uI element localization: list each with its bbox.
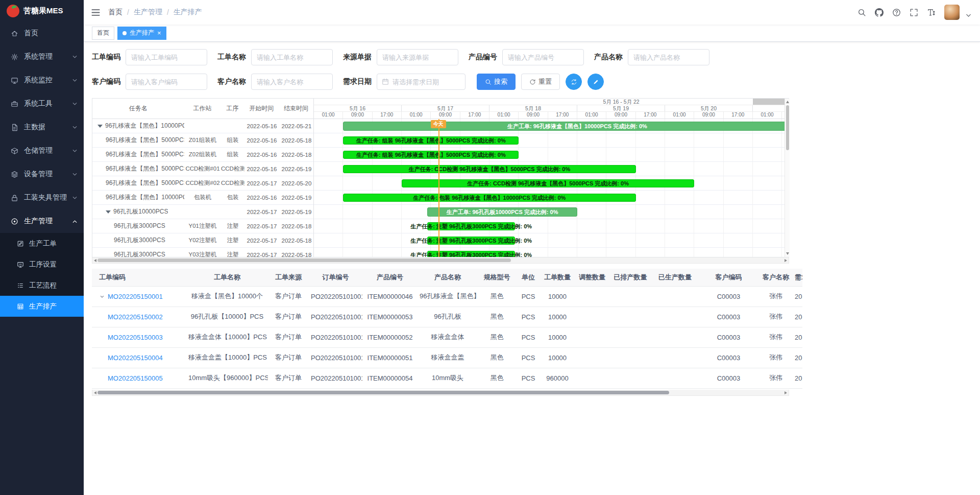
gantt-bar-task[interactable]: 生产任务: 组装 96孔移液盒【黑色】5000PCS 完成比例: 0% — [343, 136, 519, 145]
gantt-bar-task[interactable]: 生产任务: CCD检测 96孔移液盒【黑色】5000PCS 完成比例: 0% — [343, 165, 635, 173]
today-line — [438, 119, 439, 257]
tab-1[interactable]: 生产排产× — [117, 27, 166, 40]
pencil-icon — [593, 79, 599, 85]
breadcrumb-item[interactable]: 生产管理 — [134, 8, 162, 17]
task-name: 96孔移液盒【黑色】5000PCS — [106, 179, 184, 187]
gantt-task-row[interactable]: 96孔移液盒【黑色】5000PCSZ01组装机组装2022-05-162022-… — [92, 133, 313, 148]
filter-input[interactable] — [503, 50, 583, 64]
chevron-down-icon[interactable] — [964, 11, 973, 20]
gantt-task-row[interactable]: 96孔移液盒【黑色】5000PCSZ02组装机组装2022-05-162022-… — [92, 148, 313, 162]
gantt-bar-task[interactable]: 生产任务: CCD检测 96孔移液盒【黑色】5000PCS 完成比例: 0% — [402, 179, 694, 187]
hamburger-icon[interactable] — [91, 8, 101, 17]
orders-col-header: 调整数量 — [574, 269, 610, 286]
timeline-row: 生产任务: 注塑 96孔孔板3000PCS 完成比例: 0% — [314, 219, 785, 233]
filter-input[interactable] — [126, 50, 207, 64]
expand-caret-icon[interactable] — [97, 125, 103, 128]
gantt-bar-task[interactable]: 生产任务: 包装 96孔移液盒【黑色】10000PCS 完成比例: 0% — [343, 194, 635, 202]
font-size-button[interactable] — [927, 8, 936, 17]
gantt-bar-label: 生产任务: 注塑 96孔孔板3000PCS 完成比例: 0% — [410, 251, 532, 257]
sidebar-item-2[interactable]: 系统监控 — [0, 68, 84, 92]
sidebar-subitem-0[interactable]: 生产工单 — [0, 233, 84, 254]
gantt-bar-task[interactable]: 生产任务: 注塑 96孔孔板3000PCS 完成比例: 0% — [427, 251, 515, 257]
orders-row[interactable]: MO202205150001移液盒【黑色】10000个客户订单PO2022051… — [92, 286, 802, 307]
filter-input[interactable] — [126, 75, 207, 89]
search-button[interactable] — [857, 8, 866, 17]
scroll-right-arrow-icon[interactable] — [785, 391, 787, 394]
workorder-link[interactable]: MO202205150003 — [108, 334, 163, 341]
sidebar-item-6[interactable]: 设备管理 — [0, 162, 84, 186]
workorder-link[interactable]: MO202205150001 — [108, 293, 163, 300]
orders-row[interactable]: MO202205150004移液盒盒盖【10000】PCS客户订单PO20220… — [92, 347, 802, 368]
breadcrumb-item[interactable]: 生产排产 — [174, 8, 202, 17]
workorder-link[interactable]: MO202205150004 — [108, 354, 163, 362]
orders-row[interactable]: MO202205150003移液盒盒体【10000】PCS客户订单PO20220… — [92, 327, 802, 347]
timeline-tick: 09:00 — [694, 112, 723, 119]
workorder-link[interactable]: MO202205150002 — [108, 313, 163, 321]
gantt-bar-order[interactable]: 生产工单: 96孔孔板10000PCS 完成比例: 0% — [427, 207, 577, 217]
sidebar-item-4[interactable]: 主数据 — [0, 115, 84, 139]
sidebar-subitem-3[interactable]: 生产排产 — [0, 296, 84, 317]
sidebar-item-7[interactable]: 工装夹具管理 — [0, 186, 84, 209]
expand-caret-icon[interactable] — [106, 210, 111, 214]
horizontal-scroll-thumb[interactable] — [97, 391, 669, 394]
gantt-task-row[interactable]: 96孔移液盒【黑色】5000PCSCCD检测#02CCD检测2022-05-17… — [92, 176, 313, 191]
horizontal-scroll-thumb[interactable] — [97, 258, 511, 262]
workorder-link[interactable]: MO202205150005 — [108, 374, 163, 382]
scroll-left-arrow-icon[interactable] — [94, 391, 96, 394]
sidebar-item-8[interactable]: 生产管理 — [0, 209, 84, 233]
sidebar-submenu: 生产工单工序设置工艺流程生产排产 — [0, 233, 84, 317]
sidebar-item-1[interactable]: 系统管理 — [0, 45, 84, 68]
gantt-task-row[interactable]: 96孔移液盒【黑色】10000PCS包装机包装2022-05-162022-05… — [92, 191, 313, 205]
scroll-up-arrow-icon[interactable] — [786, 101, 789, 103]
gantt-task-row[interactable]: 96孔孔板3000PCSY03注塑机注塑2022-05-172022-05-18 — [92, 248, 313, 257]
gantt-vertical-scrollbar[interactable] — [785, 99, 790, 257]
filter-input[interactable] — [389, 75, 458, 89]
task-name-cell: 96孔孔板3000PCS — [92, 222, 184, 230]
filter-input[interactable] — [252, 50, 332, 64]
gantt-task-row[interactable]: 96孔孔板3000PCSY02注塑机注塑2022-05-172022-05-18 — [92, 233, 313, 248]
reset-button[interactable]: 重置 — [521, 74, 560, 90]
gantt-task-row[interactable]: 96孔移液盒【黑色】10000PCS2022-05-162022-05-21 — [92, 119, 313, 133]
orders-cell: 移液盒盒体【10000】PCS — [186, 327, 268, 347]
gantt-horizontal-scrollbar[interactable] — [92, 257, 789, 264]
scroll-left-arrow-icon[interactable] — [94, 259, 96, 262]
sidebar-subitem-2[interactable]: 工艺流程 — [0, 275, 84, 296]
sidebar-item-3[interactable]: 系统工具 — [0, 92, 84, 115]
fullscreen-button[interactable] — [910, 8, 918, 17]
help-button[interactable] — [892, 8, 901, 17]
scroll-down-arrow-icon[interactable] — [786, 252, 789, 255]
orders-cell: 黑色 — [478, 307, 516, 327]
filter-input[interactable] — [252, 75, 332, 89]
sidebar-item-5[interactable]: 仓储管理 — [0, 139, 84, 162]
tab-0[interactable]: 首页 — [92, 27, 114, 40]
filter-input[interactable] — [377, 50, 458, 64]
refresh-button[interactable] — [566, 74, 582, 90]
sidebar-item-0[interactable]: 首页 — [0, 21, 84, 45]
github-button[interactable] — [875, 8, 884, 17]
task-process: CCD检测 — [221, 165, 244, 173]
vertical-scroll-thumb[interactable] — [786, 105, 789, 150]
edit-button[interactable] — [587, 74, 604, 90]
sidebar-subitem-1[interactable]: 工序设置 — [0, 254, 84, 275]
orders-row[interactable]: MO20220515000510mm吸头【960000】PCS客户订单PO202… — [92, 368, 802, 388]
filter-input[interactable] — [628, 50, 709, 64]
orders-row[interactable]: MO20220515000296孔孔板【10000】PCS客户订单PO20220… — [92, 307, 802, 327]
gantt-task-row[interactable]: 96孔孔板10000PCS2022-05-172022-05-19 — [92, 205, 313, 219]
gantt-bar-task[interactable]: 生产任务: 组装 96孔移液盒【黑色】5000PCS 完成比例: 0% — [343, 151, 519, 159]
expand-chevron-icon[interactable] — [99, 294, 105, 300]
app-logo[interactable]: 苦糖果MES — [0, 0, 84, 21]
close-icon[interactable]: × — [157, 30, 161, 36]
gantt-bar-task[interactable]: 生产任务: 注塑 96孔孔板3000PCS 完成比例: 0% — [427, 237, 515, 245]
orders-horizontal-scrollbar[interactable] — [92, 390, 789, 396]
search-button[interactable]: 搜索 — [477, 74, 516, 90]
breadcrumb-item[interactable]: 首页 — [108, 8, 122, 17]
scroll-right-arrow-icon[interactable] — [785, 259, 787, 262]
filter-label: 来源单据 — [343, 53, 372, 62]
avatar[interactable] — [944, 5, 960, 20]
sidebar-nav: 首页系统管理系统监控系统工具主数据仓储管理设备管理工装夹具管理生产管理生产工单工… — [0, 21, 84, 317]
gantt-task-row[interactable]: 96孔移液盒【黑色】5000PCSCCD检测#01CCD检测2022-05-16… — [92, 162, 313, 176]
gantt-task-row[interactable]: 96孔孔板3000PCSY01注塑机注塑2022-05-172022-05-18 — [92, 219, 313, 233]
sidebar-subitem-label: 工艺流程 — [29, 281, 57, 290]
gantt-bar-order[interactable]: 生产工单: 96孔移液盒【黑色】10000PCS 完成比例: 0% — [343, 122, 785, 131]
gantt-bar-task[interactable]: 生产任务: 注塑 96孔孔板3000PCS 完成比例: 0% — [427, 222, 515, 230]
